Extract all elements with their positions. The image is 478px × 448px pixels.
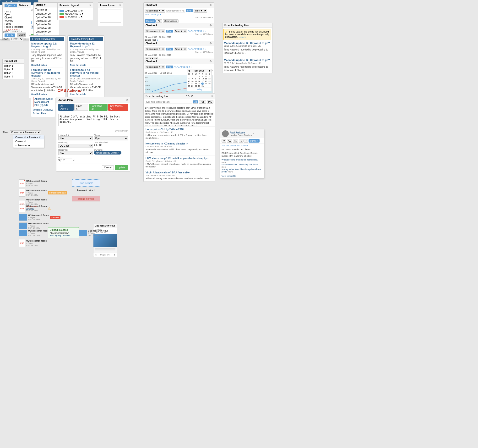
cal-prev[interactable]: ◀	[188, 70, 189, 72]
action-update-btn[interactable]: Update	[115, 165, 128, 170]
cal-d-28[interactable]: 28	[191, 85, 194, 87]
cal-d-14[interactable]: 14	[191, 80, 194, 82]
chart-find-1[interactable]: Find	[186, 9, 193, 12]
cal-d-4[interactable]: 4	[204, 75, 208, 77]
tab-all[interactable]: All	[193, 100, 198, 103]
profile-link-2[interactable]: Macro economic uncertainty continues mor…	[221, 163, 262, 168]
tab-pub[interactable]: Pub	[199, 100, 206, 103]
action-cancel-btn[interactable]: Cancel	[102, 165, 114, 170]
news-read-1[interactable]: Read full article	[31, 64, 63, 66]
cal-d-19[interactable]: 19	[208, 80, 211, 82]
profile-msg-btn[interactable]: 💬	[233, 139, 238, 142]
chart-find-4[interactable]: Find	[166, 65, 173, 68]
tab-priv[interactable]: Priv	[207, 100, 214, 103]
product-select[interactable]: EQ Cash	[58, 144, 93, 148]
profile-email-btn[interactable]: ✉	[221, 139, 226, 142]
cal-d-30[interactable]: 30	[198, 85, 201, 87]
cal-today-btn[interactable]: Today	[187, 88, 212, 91]
chart-find-3[interactable]: Find	[166, 48, 173, 51]
cal-d-23[interactable]: 23	[198, 83, 201, 85]
chart-security-link-1[interactable]: AAPL.APSE (1 ▼)	[145, 13, 162, 16]
cal-d-21[interactable]: 21	[191, 83, 194, 85]
cal-d-15[interactable]: 15	[194, 80, 197, 82]
region-select[interactable]: N/A	[58, 151, 93, 155]
status-select[interactable]: Open Closed	[94, 136, 128, 141]
chart-securities-2[interactable]: All securities ▼	[145, 29, 165, 33]
cal-d-29[interactable]: 29	[194, 85, 197, 87]
chart-gear-4[interactable]: ⚙	[209, 60, 212, 63]
legend-close[interactable]: ×	[89, 4, 91, 7]
tab-hard-wins[interactable]: Hard Wins (2)	[89, 104, 107, 111]
chart-security-link-4[interactable]: AAPL.APSE (1 ▼)	[174, 66, 191, 68]
filter-open[interactable]: Open	[5, 13, 29, 16]
aberdeen-action-plan[interactable]: Action Plan	[33, 112, 53, 115]
apply-button[interactable]: Apply	[5, 33, 15, 37]
news-item-4[interactable]: Virgin Atlantic calls off BAA fees strik…	[144, 170, 215, 182]
cancel-download-btn[interactable]: Cancel download	[48, 191, 67, 194]
chart-time-1[interactable]: Time ▼	[194, 9, 207, 13]
cal-d-25[interactable]: 25	[204, 83, 208, 85]
filter-checkbox[interactable]	[35, 8, 38, 11]
chart-gear-3[interactable]: ⚙	[209, 42, 212, 45]
news-item-1[interactable]: House prices 'fell by 2.4% in 2010' Paul…	[144, 127, 215, 141]
prompt-option-1[interactable]: Option 1	[3, 64, 23, 68]
cal-d-7[interactable]: 7	[191, 78, 194, 80]
prompt-option-3[interactable]: Option 3	[3, 71, 23, 75]
cal-next[interactable]: ▶	[209, 70, 211, 72]
dd-option-4[interactable]: Option 4 of 20	[35, 23, 59, 26]
chart-gear-1[interactable]: ⚙	[209, 4, 212, 7]
show-select-2[interactable]: Filter 1 Open Closed	[10, 37, 23, 41]
cal-d-1[interactable]: 1	[194, 75, 197, 77]
prompt-option-4[interactable]: Option 4	[3, 75, 23, 78]
cal-d-26[interactable]: 26	[208, 83, 211, 85]
filter-closed[interactable]: Closed	[5, 16, 29, 19]
cal-d-6[interactable]: 6	[187, 78, 190, 80]
tab-key-misses[interactable]: Key Misses (2)	[108, 104, 128, 111]
chart-find-2[interactable]: Find	[166, 30, 173, 32]
news-item-2[interactable]: No survivors in NZ mining disaster ↗ Cha…	[144, 141, 215, 155]
preview-next[interactable]: ▶	[114, 254, 115, 256]
profile-link-1[interactable]: What sections are ripe for networking? m…	[221, 159, 262, 163]
yr-opt-current-prev[interactable]: Current Yr + Previous Yr	[13, 135, 44, 140]
dd-option-6[interactable]: Option 6 of 20	[35, 30, 59, 33]
chart-tab-commodities[interactable]: Commodities	[163, 19, 179, 23]
profile-link-3[interactable]: Strong Swiss franc bites into private ba…	[221, 168, 262, 173]
news-read-2[interactable]: Read full article	[70, 64, 102, 66]
owner-remove[interactable]: ×	[118, 152, 119, 154]
loading-link[interactable]: Loading	[239, 36, 246, 38]
trading-filter-input[interactable]	[145, 100, 192, 104]
news-read-2b[interactable]: Read full article	[70, 93, 102, 96]
preview-prev[interactable]: ◀	[95, 254, 96, 256]
chart-tab-equities[interactable]: Equities	[145, 19, 156, 23]
cal-d-2[interactable]: 2	[198, 75, 201, 77]
open-button[interactable]: Open ▼	[5, 4, 17, 7]
chart-time-3[interactable]: Time ▼	[174, 47, 187, 51]
tab-open[interactable]: Open (7)	[74, 104, 88, 111]
view-full-profile[interactable]: View full profile	[220, 174, 264, 178]
prompt-option-2[interactable]: Option 2	[3, 68, 23, 71]
yr-opt-current[interactable]: Current Yr	[13, 140, 44, 143]
dd-option-3[interactable]: Option 3 of 20	[35, 19, 59, 23]
drop-zone[interactable]: Drop file here	[72, 179, 100, 186]
upload-success-note[interactable]: Blue highlight on click	[50, 234, 77, 237]
profile-call-btn[interactable]: 📞	[227, 139, 232, 142]
rev-input[interactable]	[60, 159, 72, 162]
initiative-select[interactable]: N/A	[58, 136, 93, 141]
action-text-input[interactable]: Pitched 21/7, existing FX & EQ PB, in Do…	[58, 114, 128, 126]
filter-working[interactable]: Working	[5, 19, 29, 22]
action-plan-gear[interactable]: ⚙	[126, 98, 128, 102]
cal-d-31[interactable]: 31	[201, 85, 204, 87]
cal-d-27[interactable]: 27	[187, 85, 190, 87]
filter-failed[interactable]: Failed	[5, 22, 29, 25]
profile-dot-btn[interactable]: ●	[244, 139, 248, 142]
news-read-1b[interactable]: Read full article	[31, 93, 63, 96]
aberdeen-strategic[interactable]: Strategic Overview	[33, 108, 53, 112]
lorem-textarea[interactable]	[100, 10, 121, 23]
lorem-close[interactable]: ×	[119, 4, 121, 7]
yr-opt-previous[interactable]: ↖ Previous Yr	[13, 143, 44, 147]
cal-d-5[interactable]: 5	[208, 75, 211, 77]
remove-btn-5[interactable]: Remove	[50, 216, 61, 219]
chart-security-link-2[interactable]: AAPL.APSE (1 ▼)	[188, 30, 206, 32]
cal-d-17[interactable]: 17	[201, 80, 204, 82]
cal-d-10[interactable]: 10	[201, 78, 204, 80]
